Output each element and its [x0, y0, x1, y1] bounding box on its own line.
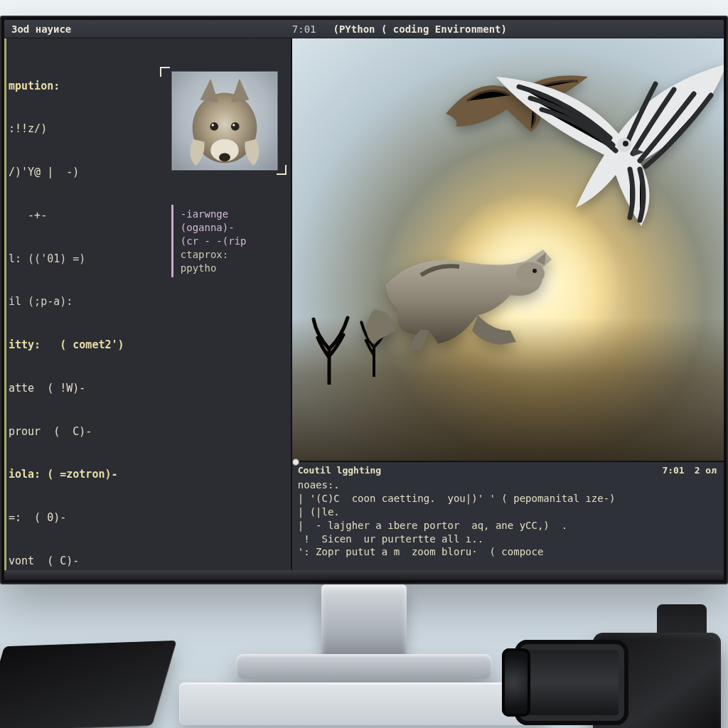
console-line: | (|le. — [298, 505, 717, 519]
output-console[interactable]: Coutil lgghting 7:01 2 oл noaes:. | '(C)… — [292, 461, 724, 580]
pane-splitter-handle[interactable] — [292, 459, 299, 466]
monitor-stand-neck — [321, 584, 407, 663]
tree-silhouette-icon — [309, 306, 352, 385]
code-line: vont ( C)- — [9, 554, 282, 568]
preview-pane: Coutil lgghting 7:01 2 oл noaes:. | '(C)… — [292, 38, 724, 580]
monitor-bezel: 3od науисе 7:01 (PYthon ( сoding Environ… — [0, 16, 728, 584]
code-line: =: ( 0)- — [9, 510, 282, 525]
thumb-bracket-icon — [277, 165, 287, 175]
annotation-line: ctaprox: — [181, 248, 274, 262]
console-line: ': Zopr putut a m zoom bloru· ( compoce — [298, 545, 717, 559]
code-line: prour ( C)- — [9, 424, 282, 439]
svg-point-8 — [532, 269, 537, 273]
wolf-thumbnail[interactable] — [171, 71, 278, 171]
scene-root: 3od науисе 7:01 (PYthon ( сoding Environ… — [0, 0, 728, 728]
titlebar: 3od науисе 7:01 (PYthon ( сoding Environ… — [4, 20, 724, 38]
titlebar-left-label: 3od науисе — [4, 23, 292, 35]
keyboard-prop — [179, 682, 549, 725]
console-line: ! Sicen ur purtertte all ı.. — [298, 532, 717, 546]
console-time-1: 7:01 — [662, 465, 684, 476]
bezel-bottom — [4, 570, 724, 580]
code-line: itty: ( comet2') — [9, 338, 282, 352]
annotation-line: ppytho — [181, 262, 274, 275]
svg-point-6 — [232, 124, 235, 126]
editor-gutter — [4, 38, 6, 580]
svg-point-2 — [219, 153, 230, 161]
camera-lens — [515, 640, 628, 725]
svg-point-3 — [210, 122, 218, 131]
code-line: atte ( !W)- — [9, 381, 282, 395]
svg-point-5 — [211, 124, 213, 126]
console-line: noaes:. — [298, 478, 717, 492]
annotation-block: -iarwnge (oganna)- (cr - -(rip ctaprox: … — [171, 205, 278, 277]
code-line: iola: ( =zotron)- — [9, 467, 282, 481]
console-line: | '(C)C coon caetting. you|)' ' ( pepoma… — [298, 492, 717, 505]
render-viewport[interactable] — [292, 38, 724, 461]
svg-point-10 — [623, 141, 628, 146]
camera-prop — [536, 583, 728, 728]
console-line: | - lajgher a ıbere portor aq, ane yCC,)… — [298, 519, 717, 532]
svg-point-4 — [231, 122, 240, 131]
svg-point-7 — [516, 262, 545, 285]
screen: 3od науисе 7:01 (PYthon ( сoding Environ… — [4, 20, 724, 580]
monitor-stand-base — [236, 654, 492, 680]
console-title: Coutil lgghting — [298, 465, 381, 476]
titlebar-right-label: (PYthon ( сoding Environment) — [326, 23, 724, 35]
titlebar-left-clock: 7:01 — [292, 23, 326, 35]
thumb-bracket-icon — [160, 67, 170, 77]
annotation-line: (cr - -(rip — [181, 235, 274, 248]
striped-raptor-icon — [491, 55, 724, 240]
wolf-running-icon — [353, 224, 566, 359]
wolf-head-icon — [172, 72, 277, 170]
console-time-2: 2 oл — [695, 465, 717, 476]
annotation-line: -iarwnge — [181, 208, 274, 221]
annotation-line: (oganna)- — [181, 221, 274, 235]
code-editor-pane[interactable]: mpution: :!!z/) /)'Y@ | -) -+- l: (('01)… — [4, 38, 292, 580]
code-line: il (;p-a): — [9, 294, 282, 309]
laptop-prop — [0, 641, 177, 728]
split-panes: mpution: :!!z/) /)'Y@ | -) -+- l: (('01)… — [4, 38, 724, 580]
console-header: Coutil lgghting 7:01 2 oл — [298, 465, 717, 476]
